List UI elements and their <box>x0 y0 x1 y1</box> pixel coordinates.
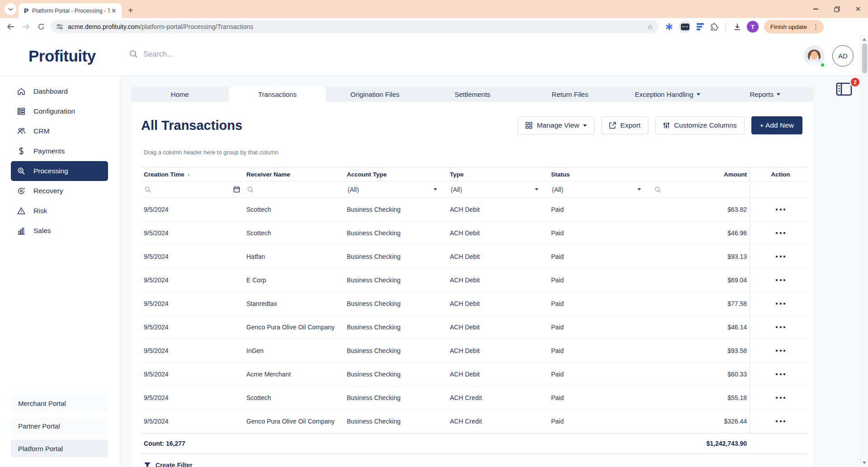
partner-portal-button[interactable]: Partner Portal <box>11 417 108 434</box>
user-initials-badge[interactable]: AD <box>832 45 854 67</box>
tab-home[interactable]: Home <box>131 87 229 102</box>
search-icon <box>655 186 661 193</box>
table-row[interactable]: 9/5/2024 Acme Merchant Business Checking… <box>141 362 808 386</box>
manage-view-button[interactable]: Manage View <box>518 116 594 134</box>
create-filter-button[interactable]: Create Filter <box>144 462 814 467</box>
sidebar-item-recovery[interactable]: Recovery <box>11 181 108 201</box>
window-close-button[interactable]: ✕ <box>854 5 862 13</box>
browser-menu-icon[interactable]: ⋮ <box>811 23 821 31</box>
global-search[interactable] <box>129 50 333 58</box>
column-header-status[interactable]: Status <box>548 171 651 178</box>
table-row[interactable]: 9/5/2024 Hatfan Business Checking ACH De… <box>141 245 808 268</box>
table-row[interactable]: 9/5/2024 Scottech Business Checking ACH … <box>141 386 808 410</box>
scrollbar-thumb[interactable] <box>862 43 867 73</box>
table-row[interactable]: 9/5/2024 Genco Pura Olive Oil Company Bu… <box>141 315 808 339</box>
back-button[interactable] <box>5 21 16 33</box>
filter-account-type[interactable]: (All) <box>344 181 447 197</box>
table-body: 9/5/2024 Scottech Business Checking ACH … <box>141 198 808 433</box>
bookmark-star-icon[interactable]: ☆ <box>647 23 653 31</box>
row-actions-button[interactable] <box>750 339 808 362</box>
extensions-puzzle-icon[interactable] <box>709 22 718 31</box>
tab-transactions[interactable]: Transactions <box>229 87 326 102</box>
scroll-up-arrow[interactable] <box>863 38 866 41</box>
filter-receiver-name[interactable] <box>244 181 344 197</box>
sidebar-item-processing[interactable]: Processing <box>11 161 108 181</box>
url-bar[interactable]: acme.demo.profituity.com/platform-portal… <box>51 20 659 33</box>
sidebar-item-risk[interactable]: Risk <box>11 201 108 221</box>
table-row[interactable]: 9/5/2024 E Corp Business Checking ACH De… <box>141 268 808 292</box>
download-icon[interactable] <box>733 23 741 31</box>
filter-type[interactable]: (All) <box>447 181 548 197</box>
tab-origination-files[interactable]: Origination Files <box>326 87 424 102</box>
sidebar-item-configuration[interactable]: Configuration <box>11 101 108 121</box>
transactions-card: All Transactions Manage View Export Cust… <box>131 102 814 467</box>
row-actions-button[interactable] <box>750 362 808 386</box>
table-row[interactable]: 9/5/2024 Scottech Business Checking ACH … <box>141 198 808 221</box>
window-minimize-button[interactable] <box>812 5 819 13</box>
column-header-receiver-name[interactable]: Receiver Name <box>244 171 344 178</box>
tab-settlements[interactable]: Settlements <box>424 87 521 102</box>
row-actions-button[interactable] <box>750 315 808 338</box>
extension-chat-icon[interactable] <box>679 20 691 33</box>
column-header-amount[interactable]: Amount <box>651 171 750 178</box>
tab-search-button[interactable] <box>5 3 16 15</box>
column-header-creation-time[interactable]: Creation Time↓ <box>141 171 244 178</box>
new-tab-button[interactable]: + <box>128 6 133 15</box>
browser-tab[interactable]: P Platform Portal - Processing - Tr ✕ <box>19 3 122 18</box>
filter-amount[interactable] <box>651 181 750 197</box>
merchant-portal-button[interactable]: Merchant Portal <box>11 395 108 412</box>
row-actions-button[interactable] <box>750 198 808 221</box>
sidebar-item-label: Configuration <box>33 107 75 115</box>
table-row[interactable]: 9/5/2024 Genco Pura Olive Oil Company Bu… <box>141 410 808 433</box>
online-status-dot <box>820 62 825 67</box>
tab-return-files[interactable]: Return Files <box>521 87 619 102</box>
row-actions-button[interactable] <box>750 221 808 244</box>
sidebar-item-sales[interactable]: Sales <box>11 221 108 241</box>
processing-icon <box>17 167 26 176</box>
column-header-type[interactable]: Type <box>447 171 548 178</box>
group-by-hint: Drag a column header here to group by th… <box>144 149 814 156</box>
filter-creation-time[interactable] <box>141 181 244 197</box>
extension-bars-icon[interactable] <box>697 23 704 30</box>
url-path: /platform-portal/Processing/Transactions <box>140 23 253 30</box>
column-header-account-type[interactable]: Account Type <box>344 171 447 178</box>
sidebar-item-label: Sales <box>33 227 51 235</box>
site-settings-icon <box>56 23 63 30</box>
platform-portal-button[interactable]: Platform Portal <box>11 440 108 457</box>
row-actions-button[interactable] <box>750 268 808 291</box>
row-actions-button[interactable] <box>750 386 808 409</box>
reload-button[interactable] <box>35 21 47 33</box>
side-panel-toggle[interactable]: 2 <box>835 81 857 102</box>
filter-status[interactable]: (All) <box>548 181 651 197</box>
bar-chart-icon <box>17 226 26 235</box>
add-new-button[interactable]: + Add New <box>751 116 802 134</box>
table-row[interactable]: 9/5/2024 InGen Business Checking ACH Deb… <box>141 339 808 362</box>
sidebar-item-label: Payments <box>33 147 65 155</box>
tab-exception-handling[interactable]: Exception Handling <box>619 87 717 102</box>
window-restore-button[interactable] <box>833 5 840 13</box>
table-row[interactable]: 9/5/2024 Scottech Business Checking ACH … <box>141 221 808 245</box>
sidebar-item-crm[interactable]: CRM <box>11 121 108 141</box>
extension-asterisk-icon[interactable] <box>665 23 673 31</box>
sort-descending-icon[interactable]: ↓ <box>187 171 190 177</box>
sidebar-item-dashboard[interactable]: Dashboard <box>11 81 108 101</box>
table-row[interactable]: 9/5/2024 Stanredtax Business Checking AC… <box>141 292 808 315</box>
app-logo[interactable]: Profituity <box>28 47 96 65</box>
forward-button[interactable] <box>20 21 32 33</box>
chevron-down-icon <box>583 124 587 127</box>
search-input[interactable] <box>143 50 333 58</box>
page-scrollbar[interactable] <box>860 35 868 467</box>
browser-profile-avatar[interactable]: T <box>747 21 759 33</box>
calendar-icon[interactable] <box>233 186 240 193</box>
export-button[interactable]: Export <box>601 116 648 134</box>
customize-columns-button[interactable]: Customize Columns <box>655 116 745 134</box>
table-filter-row: (All) (All) (All) <box>141 181 808 198</box>
row-actions-button[interactable] <box>750 245 808 268</box>
row-actions-button[interactable] <box>750 410 808 433</box>
finish-update-button[interactable]: Finish update ⋮ <box>764 20 824 33</box>
row-actions-button[interactable] <box>750 292 808 315</box>
sidebar-item-payments[interactable]: Payments <box>11 141 108 161</box>
tab-reports[interactable]: Reports <box>716 87 814 102</box>
scroll-down-arrow[interactable] <box>863 462 866 464</box>
tab-close-icon[interactable]: ✕ <box>109 7 118 15</box>
